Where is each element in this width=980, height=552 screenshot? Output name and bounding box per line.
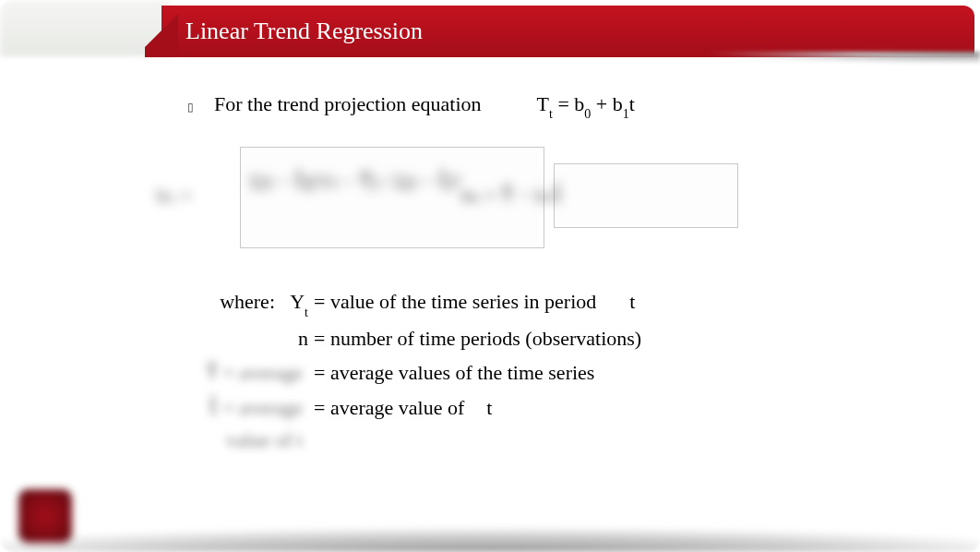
def-row-1: where: Yt = value of the time series in …	[185, 285, 925, 320]
eq-sub0: 0	[584, 107, 591, 121]
footer-curve	[0, 497, 980, 552]
slide: Linear Trend Regression ▯ For the trend …	[0, 0, 980, 552]
formula-b0: b₀ = Ȳ − b₁t̄	[461, 184, 562, 208]
slide-content: ▯ For the trend projection equation Tt =…	[185, 92, 925, 458]
def3-blur: Ȳ = average	[185, 356, 314, 389]
eq-lhs-sub: t	[549, 107, 553, 121]
def1-text: = value of the time series in period	[314, 285, 596, 318]
formula-b1-lhs: b₁ =	[157, 184, 192, 208]
bullet-icon: ▯	[185, 101, 196, 114]
formula-box-2	[554, 163, 738, 228]
def-row-2: n = number of time periods (observations…	[185, 322, 925, 354]
eq-final: t	[629, 92, 635, 115]
footer-logo	[18, 489, 72, 543]
eq-sub1: 1	[623, 107, 629, 121]
def-row-3: Ȳ = average = average values of the time…	[185, 356, 925, 389]
bullet-row: ▯ For the trend projection equation Tt =…	[185, 92, 925, 119]
def4-blur: t̄ = average value of t	[185, 391, 314, 456]
def4-tail: t	[486, 391, 492, 424]
def4-text: = average value of	[314, 391, 464, 424]
def-row-4: t̄ = average value of t = average value …	[185, 391, 925, 456]
slide-title: Linear Trend Regression	[161, 18, 423, 45]
header-swoosh	[565, 52, 980, 79]
eq-part1: = b	[553, 92, 584, 115]
def1-sym: Yt	[286, 285, 314, 320]
eq-lhs: T	[537, 92, 549, 115]
where-label: where:	[185, 285, 286, 318]
eq-plus: + b	[591, 92, 622, 115]
main-line: For the trend projection equation	[214, 92, 482, 116]
def2-sym: n	[286, 322, 314, 354]
footer	[0, 478, 980, 552]
def3-text: = average values of the time series	[314, 356, 594, 389]
def1-tail: t	[629, 285, 635, 318]
definitions: where: Yt = value of the time series in …	[185, 285, 925, 456]
slide-header: Linear Trend Regression	[0, 0, 980, 63]
def2-text: = number of time periods (observations)	[314, 322, 641, 354]
title-bar: Linear Trend Regression	[161, 6, 974, 57]
formula-area: b₁ = Σ(t − t̄)(Yt − Ȳ) / Σ(t − t̄)² b₀ =…	[157, 147, 925, 258]
trend-equation: Tt = b0 + b1t	[537, 92, 635, 119]
